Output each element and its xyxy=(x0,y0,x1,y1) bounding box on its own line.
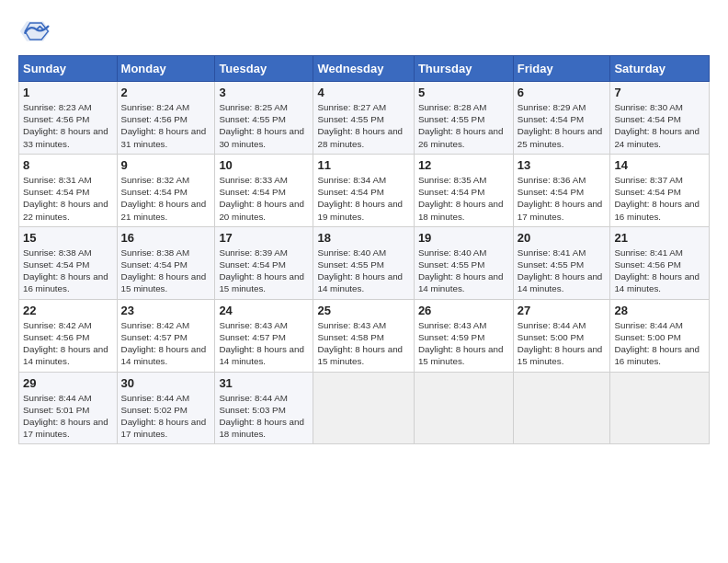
calendar-cell: 31 Sunrise: 8:44 AM Sunset: 5:03 PM Dayl… xyxy=(215,372,313,444)
day-info: Sunrise: 8:39 AM Sunset: 4:54 PM Dayligh… xyxy=(219,247,309,295)
calendar-week-1: 1 Sunrise: 8:23 AM Sunset: 4:56 PM Dayli… xyxy=(19,82,710,155)
day-number: 19 xyxy=(418,231,509,245)
day-info: Sunrise: 8:35 AM Sunset: 4:54 PM Dayligh… xyxy=(418,174,509,223)
day-number: 24 xyxy=(219,304,309,317)
day-number: 30 xyxy=(121,376,211,390)
calendar-table: SundayMondayTuesdayWednesdayThursdayFrid… xyxy=(18,55,710,444)
day-info: Sunrise: 8:31 AM Sunset: 4:54 PM Dayligh… xyxy=(23,174,113,223)
day-info: Sunrise: 8:25 AM Sunset: 4:55 PM Dayligh… xyxy=(219,101,309,150)
calendar-cell: 13 Sunrise: 8:36 AM Sunset: 4:54 PM Dayl… xyxy=(513,154,610,226)
day-number: 14 xyxy=(614,158,705,172)
calendar-cell: 6 Sunrise: 8:29 AM Sunset: 4:54 PM Dayli… xyxy=(513,82,610,155)
calendar-cell: 18 Sunrise: 8:40 AM Sunset: 4:55 PM Dayl… xyxy=(313,226,414,299)
calendar-cell: 5 Sunrise: 8:28 AM Sunset: 4:55 PM Dayli… xyxy=(414,82,513,155)
day-info: Sunrise: 8:24 AM Sunset: 4:56 PM Dayligh… xyxy=(121,101,211,150)
day-info: Sunrise: 8:40 AM Sunset: 4:55 PM Dayligh… xyxy=(418,247,509,295)
calendar-week-3: 15 Sunrise: 8:38 AM Sunset: 4:54 PM Dayl… xyxy=(19,226,710,299)
day-info: Sunrise: 8:27 AM Sunset: 4:55 PM Dayligh… xyxy=(317,101,409,150)
day-number: 12 xyxy=(418,158,509,172)
weekday-header-tuesday: Tuesday xyxy=(215,56,313,82)
day-info: Sunrise: 8:42 AM Sunset: 4:57 PM Dayligh… xyxy=(121,319,211,368)
day-number: 23 xyxy=(121,304,211,317)
day-number: 16 xyxy=(121,231,211,245)
day-info: Sunrise: 8:38 AM Sunset: 4:54 PM Dayligh… xyxy=(23,247,113,295)
day-info: Sunrise: 8:40 AM Sunset: 4:55 PM Dayligh… xyxy=(317,247,409,295)
calendar-cell: 28 Sunrise: 8:44 AM Sunset: 5:00 PM Dayl… xyxy=(610,299,710,372)
calendar-week-2: 8 Sunrise: 8:31 AM Sunset: 4:54 PM Dayli… xyxy=(19,154,710,226)
day-info: Sunrise: 8:37 AM Sunset: 4:54 PM Dayligh… xyxy=(614,174,705,223)
day-number: 27 xyxy=(518,304,607,317)
calendar-cell: 17 Sunrise: 8:39 AM Sunset: 4:54 PM Dayl… xyxy=(215,226,313,299)
weekday-header-sunday: Sunday xyxy=(19,56,118,82)
calendar-cell: 26 Sunrise: 8:43 AM Sunset: 4:59 PM Dayl… xyxy=(414,299,513,372)
calendar-cell: 29 Sunrise: 8:44 AM Sunset: 5:01 PM Dayl… xyxy=(19,372,118,444)
header xyxy=(18,15,710,48)
day-info: Sunrise: 8:32 AM Sunset: 4:54 PM Dayligh… xyxy=(121,174,211,223)
calendar-cell: 12 Sunrise: 8:35 AM Sunset: 4:54 PM Dayl… xyxy=(414,154,513,226)
weekday-header-saturday: Saturday xyxy=(610,56,710,82)
day-number: 6 xyxy=(518,86,607,99)
calendar-cell: 15 Sunrise: 8:38 AM Sunset: 4:54 PM Dayl… xyxy=(19,226,118,299)
logo xyxy=(18,15,57,48)
day-number: 22 xyxy=(23,304,113,317)
day-number: 26 xyxy=(418,304,509,317)
calendar-cell: 11 Sunrise: 8:34 AM Sunset: 4:54 PM Dayl… xyxy=(313,154,414,226)
calendar-cell: 30 Sunrise: 8:44 AM Sunset: 5:02 PM Dayl… xyxy=(117,372,215,444)
day-info: Sunrise: 8:44 AM Sunset: 5:00 PM Dayligh… xyxy=(518,319,607,368)
day-info: Sunrise: 8:44 AM Sunset: 5:03 PM Dayligh… xyxy=(219,392,309,441)
day-info: Sunrise: 8:30 AM Sunset: 4:54 PM Dayligh… xyxy=(614,101,705,150)
calendar-cell: 23 Sunrise: 8:42 AM Sunset: 4:57 PM Dayl… xyxy=(117,299,215,372)
calendar-cell: 9 Sunrise: 8:32 AM Sunset: 4:54 PM Dayli… xyxy=(117,154,215,226)
calendar-cell: 2 Sunrise: 8:24 AM Sunset: 4:56 PM Dayli… xyxy=(117,82,215,155)
day-number: 15 xyxy=(23,231,113,245)
day-info: Sunrise: 8:43 AM Sunset: 4:58 PM Dayligh… xyxy=(317,319,409,368)
day-number: 9 xyxy=(121,158,211,172)
day-info: Sunrise: 8:41 AM Sunset: 4:56 PM Dayligh… xyxy=(614,247,705,295)
day-number: 7 xyxy=(614,86,705,99)
day-number: 20 xyxy=(518,231,607,245)
calendar-week-4: 22 Sunrise: 8:42 AM Sunset: 4:56 PM Dayl… xyxy=(19,299,710,372)
day-info: Sunrise: 8:43 AM Sunset: 4:59 PM Dayligh… xyxy=(418,319,509,368)
day-number: 31 xyxy=(219,376,309,390)
calendar-cell xyxy=(610,372,710,444)
day-info: Sunrise: 8:44 AM Sunset: 5:01 PM Dayligh… xyxy=(23,392,113,441)
calendar-cell: 14 Sunrise: 8:37 AM Sunset: 4:54 PM Dayl… xyxy=(610,154,710,226)
page: SundayMondayTuesdayWednesdayThursdayFrid… xyxy=(0,0,728,563)
calendar-cell: 7 Sunrise: 8:30 AM Sunset: 4:54 PM Dayli… xyxy=(610,82,710,155)
calendar-cell: 16 Sunrise: 8:38 AM Sunset: 4:54 PM Dayl… xyxy=(117,226,215,299)
calendar-cell: 21 Sunrise: 8:41 AM Sunset: 4:56 PM Dayl… xyxy=(610,226,710,299)
calendar-cell xyxy=(313,372,414,444)
day-info: Sunrise: 8:33 AM Sunset: 4:54 PM Dayligh… xyxy=(219,174,309,223)
weekday-header-friday: Friday xyxy=(513,56,610,82)
calendar-cell: 27 Sunrise: 8:44 AM Sunset: 5:00 PM Dayl… xyxy=(513,299,610,372)
day-number: 4 xyxy=(317,86,409,99)
day-number: 5 xyxy=(418,86,509,99)
calendar-cell: 8 Sunrise: 8:31 AM Sunset: 4:54 PM Dayli… xyxy=(19,154,118,226)
day-number: 13 xyxy=(518,158,607,172)
day-info: Sunrise: 8:36 AM Sunset: 4:54 PM Dayligh… xyxy=(518,174,607,223)
day-number: 21 xyxy=(614,231,705,245)
day-number: 25 xyxy=(317,304,409,317)
logo-icon xyxy=(18,15,51,48)
day-info: Sunrise: 8:42 AM Sunset: 4:56 PM Dayligh… xyxy=(23,319,113,368)
calendar-cell: 4 Sunrise: 8:27 AM Sunset: 4:55 PM Dayli… xyxy=(313,82,414,155)
day-number: 18 xyxy=(317,231,409,245)
weekday-header-thursday: Thursday xyxy=(414,56,513,82)
day-info: Sunrise: 8:23 AM Sunset: 4:56 PM Dayligh… xyxy=(23,101,113,150)
calendar-cell xyxy=(414,372,513,444)
day-info: Sunrise: 8:44 AM Sunset: 5:02 PM Dayligh… xyxy=(121,392,211,441)
day-number: 2 xyxy=(121,86,211,99)
calendar-week-5: 29 Sunrise: 8:44 AM Sunset: 5:01 PM Dayl… xyxy=(19,372,710,444)
calendar-cell: 1 Sunrise: 8:23 AM Sunset: 4:56 PM Dayli… xyxy=(19,82,118,155)
calendar-cell: 25 Sunrise: 8:43 AM Sunset: 4:58 PM Dayl… xyxy=(313,299,414,372)
day-info: Sunrise: 8:41 AM Sunset: 4:55 PM Dayligh… xyxy=(518,247,607,295)
calendar-cell: 3 Sunrise: 8:25 AM Sunset: 4:55 PM Dayli… xyxy=(215,82,313,155)
day-number: 10 xyxy=(219,158,309,172)
day-info: Sunrise: 8:44 AM Sunset: 5:00 PM Dayligh… xyxy=(614,319,705,368)
day-number: 8 xyxy=(23,158,113,172)
day-info: Sunrise: 8:29 AM Sunset: 4:54 PM Dayligh… xyxy=(518,101,607,150)
calendar-cell: 24 Sunrise: 8:43 AM Sunset: 4:57 PM Dayl… xyxy=(215,299,313,372)
day-number: 11 xyxy=(317,158,409,172)
calendar-cell: 22 Sunrise: 8:42 AM Sunset: 4:56 PM Dayl… xyxy=(19,299,118,372)
day-info: Sunrise: 8:38 AM Sunset: 4:54 PM Dayligh… xyxy=(121,247,211,295)
